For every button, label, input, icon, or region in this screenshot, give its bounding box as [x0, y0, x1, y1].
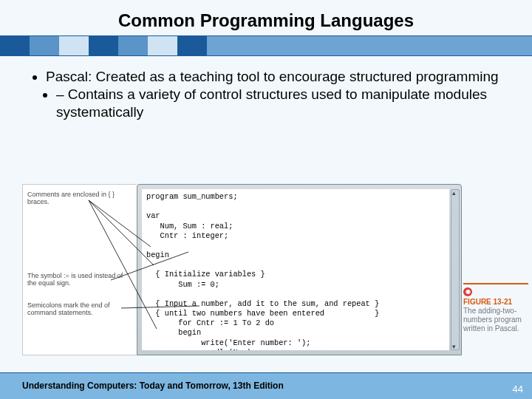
page-number: 44 [513, 383, 523, 395]
annotation-comments: Comments are enclosed in { } braces. [27, 191, 131, 206]
bullet-sub-text: Contains a variety of control structures… [56, 86, 487, 120]
footer-text: Understanding Computers: Today and Tomor… [22, 381, 284, 391]
decorative-strip [0, 35, 532, 56]
caption-icon: ◉ [463, 287, 472, 296]
figure-caption: ◉ FIGURE 13-21 The adding-two-numbers pr… [463, 283, 528, 333]
content-area: Pascal: Created as a teaching tool to en… [0, 56, 532, 120]
code-window: program sum_numbers; var Num, Sum : real… [137, 184, 462, 355]
figure-wrap: Comments are enclosed in { } braces. The… [22, 184, 462, 355]
pascal-code: program sum_numbers; var Num, Sum : real… [142, 189, 449, 350]
caption-label: FIGURE 13-21 [463, 298, 512, 306]
annotation-assign: The symbol := is used instead of the equ… [27, 272, 131, 287]
slide-title: Common Programming Languages [118, 10, 414, 30]
annotation-semicolon: Semicolons mark the end of command state… [27, 301, 131, 317]
slide-title-bar: Common Programming Languages [0, 0, 532, 35]
bullet-sub: Contains a variety of control structures… [56, 86, 510, 121]
caption-text: The adding-two-numbers program written i… [463, 307, 522, 332]
bullet-main: Pascal: Created as a teaching tool to en… [46, 68, 510, 120]
scrollbar[interactable] [451, 189, 460, 350]
annotation-panel: Comments are enclosed in { } braces. The… [22, 184, 137, 355]
bullet-main-text: Pascal: Created as a teaching tool to en… [46, 69, 499, 84]
footer-bar: Understanding Computers: Today and Tomor… [0, 372, 532, 399]
